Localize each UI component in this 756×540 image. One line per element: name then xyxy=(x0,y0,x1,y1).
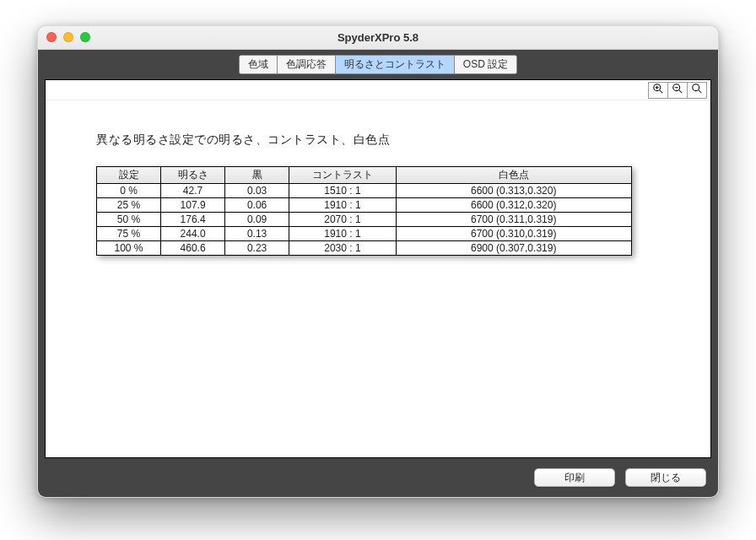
cell-2-0: 50 % xyxy=(97,213,161,227)
col-header-0: 設定 xyxy=(97,167,161,184)
table-row: 75 %244.00.131910 : 16700 (0.310,0.319) xyxy=(97,227,632,241)
table-row: 50 %176.40.092070 : 16700 (0.311,0.319) xyxy=(97,213,632,227)
cell-0-4: 6600 (0.313,0.320) xyxy=(396,184,631,198)
table-row: 100 %460.60.232030 : 16900 (0.307,0.319) xyxy=(97,241,632,256)
cell-1-1: 107.9 xyxy=(161,198,225,213)
cell-3-0: 75 % xyxy=(97,227,161,241)
col-header-1: 明るさ xyxy=(161,167,225,184)
col-header-2: 黒 xyxy=(225,167,289,184)
tab-2[interactable]: 明るさとコントラスト xyxy=(336,56,455,73)
col-header-4: 白色点 xyxy=(396,167,631,184)
titlebar: SpyderXPro 5.8 xyxy=(38,26,718,50)
zoom-out-icon xyxy=(672,83,683,97)
cell-3-2: 0.13 xyxy=(225,227,289,241)
col-header-3: コントラスト xyxy=(289,167,397,184)
cell-2-4: 6700 (0.311,0.319) xyxy=(396,213,631,227)
cell-2-2: 0.09 xyxy=(225,213,289,227)
table-row: 0 %42.70.031510 : 16600 (0.313,0.320) xyxy=(97,184,632,198)
cell-1-3: 1910 : 1 xyxy=(289,198,397,213)
tab-1[interactable]: 色調応答 xyxy=(278,56,336,73)
close-window-button[interactable] xyxy=(46,32,57,42)
cell-4-4: 6900 (0.307,0.319) xyxy=(396,241,631,256)
svg-line-8 xyxy=(699,90,702,94)
zoom-in-icon xyxy=(652,83,664,97)
cell-1-4: 6600 (0.312,0.320) xyxy=(396,198,631,213)
tabbar: 色域色調応答明るさとコントラストOSD 設定 xyxy=(239,55,517,74)
zoom-out-button[interactable] xyxy=(667,82,688,99)
content-frame: 色域色調応答明るさとコントラストOSD 設定 xyxy=(38,50,718,497)
cell-3-3: 1910 : 1 xyxy=(289,227,397,241)
cell-0-0: 0 % xyxy=(97,184,161,198)
footer: 印刷 閉じる xyxy=(45,458,711,487)
zoom-window-button[interactable] xyxy=(80,32,90,42)
close-button[interactable]: 閉じる xyxy=(625,468,706,487)
cell-2-1: 176.4 xyxy=(161,213,225,227)
app-window: SpyderXPro 5.8 色域色調応答明るさとコントラストOSD 設定 xyxy=(37,25,719,498)
svg-line-1 xyxy=(660,90,663,94)
tabs-container: 色域色調応答明るさとコントラストOSD 設定 xyxy=(45,55,711,74)
table-row: 25 %107.90.061910 : 16600 (0.312,0.320) xyxy=(97,198,632,213)
zoom-in-button[interactable] xyxy=(648,82,668,99)
cell-0-2: 0.03 xyxy=(225,184,289,198)
cell-4-3: 2030 : 1 xyxy=(289,241,397,256)
report-page: 異なる明るさ設定での明るさ、コントラスト、白色点 設定明るさ黒コントラスト白色点… xyxy=(46,100,710,457)
cell-1-0: 25 % xyxy=(97,198,161,213)
brightness-table: 設定明るさ黒コントラスト白色点 0 %42.70.031510 : 16600 … xyxy=(96,166,632,256)
tab-3[interactable]: OSD 設定 xyxy=(455,56,516,73)
magnifier-icon xyxy=(691,83,703,97)
window-title: SpyderXPro 5.8 xyxy=(338,31,418,44)
cell-0-3: 1510 : 1 xyxy=(289,184,397,198)
cell-3-1: 244.0 xyxy=(161,227,225,241)
zoom-fit-button[interactable] xyxy=(687,82,707,99)
report-viewer: 異なる明るさ設定での明るさ、コントラスト、白色点 設定明るさ黒コントラスト白色点… xyxy=(45,79,711,458)
cell-4-0: 100 % xyxy=(97,241,161,256)
zoom-toolbar xyxy=(46,80,710,100)
minimize-window-button[interactable] xyxy=(63,32,73,42)
cell-4-1: 460.6 xyxy=(161,241,225,256)
print-button[interactable]: 印刷 xyxy=(534,468,615,487)
cell-3-4: 6700 (0.310,0.319) xyxy=(396,227,631,241)
tab-0[interactable]: 色域 xyxy=(240,56,278,73)
data-table-wrapper: 設定明るさ黒コントラスト白色点 0 %42.70.031510 : 16600 … xyxy=(96,166,632,256)
page-heading: 異なる明るさ設定での明るさ、コントラスト、白色点 xyxy=(96,132,660,148)
svg-line-5 xyxy=(679,90,683,94)
cell-4-2: 0.23 xyxy=(225,241,289,256)
window-controls xyxy=(46,32,90,42)
cell-1-2: 0.06 xyxy=(225,198,289,213)
cell-2-3: 2070 : 1 xyxy=(289,213,397,227)
svg-point-7 xyxy=(693,84,699,91)
cell-0-1: 42.7 xyxy=(161,184,225,198)
